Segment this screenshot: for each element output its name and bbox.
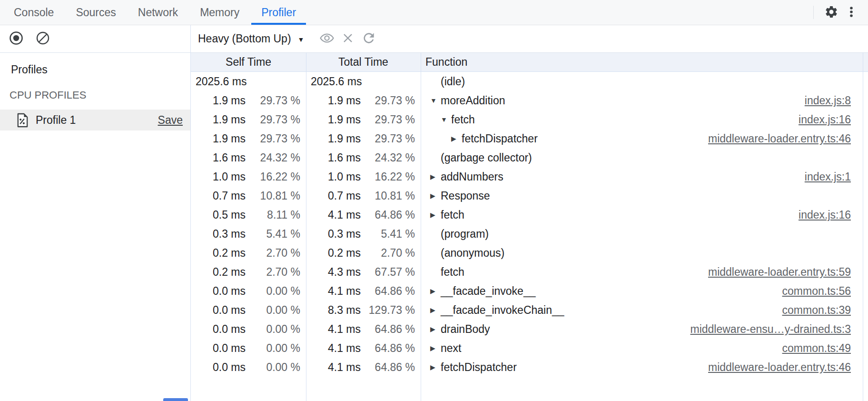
source-link[interactable]: middleware-ensu…y-drained.ts:3 [690, 323, 868, 336]
time-percent-value: 29.73 % [361, 132, 421, 145]
source-link[interactable]: common.ts:49 [782, 342, 868, 355]
self-time-cell: 0.0 ms0.00 % [191, 320, 306, 339]
record-icon [9, 30, 24, 47]
restore-functions-button[interactable] [358, 29, 379, 50]
save-link[interactable]: Save [158, 114, 183, 127]
time-ms-value: 0.0 ms [196, 361, 246, 374]
table-row[interactable]: 0.2 ms2.70 %0.2 ms2.70 %(anonymous) [191, 243, 868, 262]
function-name: Response [441, 190, 490, 202]
time-percent-value: 2.70 % [361, 247, 421, 260]
source-link[interactable]: common.ts:56 [782, 285, 868, 298]
profile-view-select[interactable]: Heavy (Bottom Up) ▼ [198, 32, 304, 45]
time-ms-value: 1.6 ms [311, 151, 361, 164]
collapse-arrow-icon[interactable]: ▶ [430, 306, 441, 314]
table-row[interactable]: 0.0 ms0.00 %4.1 ms64.86 %▶__facade_invok… [191, 281, 868, 301]
collapse-arrow-icon[interactable]: ▶ [430, 344, 441, 352]
source-link[interactable]: index.js:8 [805, 94, 868, 107]
dropdown-caret-icon: ▼ [298, 36, 305, 43]
collapse-arrow-icon[interactable]: ▶ [451, 135, 462, 142]
source-link[interactable]: middleware-loader.entry.ts:46 [708, 132, 868, 145]
function-cell: ▶fetchDispatchermiddleware-loader.entry.… [421, 129, 868, 148]
total-time-cell: 4.1 ms64.86 % [306, 339, 421, 358]
time-ms-value: 1.0 ms [196, 170, 246, 183]
scrollbar-thumb-fragment[interactable] [163, 398, 188, 401]
time-percent-value: 29.73 % [361, 94, 421, 107]
time-percent-value: 129.73 % [361, 304, 421, 317]
focus-function-button[interactable] [316, 29, 337, 50]
column-header-function[interactable]: Function [421, 53, 868, 71]
source-link[interactable]: index.js:1 [805, 170, 868, 183]
collapse-arrow-icon[interactable]: ▶ [430, 192, 441, 200]
table-row[interactable]: 0.2 ms2.70 %4.3 ms67.57 %fetchmiddleware… [191, 262, 868, 281]
collapse-arrow-icon[interactable]: ▶ [430, 211, 441, 219]
source-link[interactable]: middleware-loader.entry.ts:46 [708, 361, 868, 374]
time-ms-value: 1.0 ms [311, 170, 361, 183]
expand-arrow-icon[interactable]: ▼ [441, 116, 451, 123]
table-row[interactable]: 1.0 ms16.22 %1.0 ms16.22 %▶addNumbersind… [191, 167, 868, 186]
table-row[interactable]: 0.7 ms10.81 %0.7 ms10.81 %▶Response [191, 186, 868, 205]
self-time-cell: 1.6 ms24.32 % [191, 148, 306, 167]
self-time-cell: 0.0 ms0.00 % [191, 339, 306, 358]
time-percent-value: 10.81 % [246, 190, 306, 202]
profile-list-item[interactable]: Profile 1 Save [0, 110, 190, 130]
clear-icon [35, 30, 50, 47]
table-row[interactable]: 0.5 ms8.11 %4.1 ms64.86 %▶fetchindex.js:… [191, 205, 868, 224]
clear-button[interactable] [34, 30, 51, 48]
column-header-total-time[interactable]: Total Time [306, 53, 421, 71]
table-row[interactable]: 1.9 ms29.73 %1.9 ms29.73 %▶fetchDispatch… [191, 129, 868, 148]
function-cell: ▼moreAdditionindex.js:8 [421, 91, 868, 110]
table-row[interactable]: 0.0 ms0.00 %4.1 ms64.86 %▶nextcommon.ts:… [191, 339, 868, 358]
expand-arrow-icon[interactable]: ▼ [430, 97, 441, 104]
source-link[interactable]: common.ts:39 [782, 304, 868, 317]
record-button[interactable] [8, 30, 25, 48]
source-link[interactable]: index.js:16 [799, 113, 868, 126]
exclude-function-button[interactable] [337, 29, 358, 50]
tab-console[interactable]: Console [3, 0, 65, 25]
tab-memory[interactable]: Memory [189, 0, 250, 25]
total-time-cell: 1.9 ms29.73 % [306, 110, 421, 129]
devtools-window: ConsoleSourcesNetworkMemoryProfiler [0, 0, 868, 401]
table-row[interactable]: 0.3 ms5.41 %0.3 ms5.41 %(program) [191, 224, 868, 243]
time-ms-value: 0.2 ms [196, 247, 246, 260]
source-link[interactable]: middleware-loader.entry.ts:59 [708, 266, 868, 279]
table-row[interactable]: 2025.6 ms2025.6 ms(idle) [191, 72, 868, 91]
self-time-cell: 0.2 ms2.70 % [191, 262, 306, 281]
self-time-cell: 0.0 ms0.00 % [191, 358, 306, 377]
source-link[interactable]: index.js:16 [799, 209, 868, 221]
self-time-cell: 0.7 ms10.81 % [191, 186, 306, 205]
tab-profiler[interactable]: Profiler [250, 0, 307, 25]
total-time-cell: 0.2 ms2.70 % [306, 243, 421, 262]
tab-network[interactable]: Network [127, 0, 189, 25]
eye-icon [319, 30, 335, 48]
function-name: (idle) [441, 75, 465, 88]
table-row[interactable]: 1.6 ms24.32 %1.6 ms24.32 %(garbage colle… [191, 148, 868, 167]
time-ms-value: 1.9 ms [196, 113, 246, 126]
table-row[interactable]: 1.9 ms29.73 %1.9 ms29.73 %▼moreAdditioni… [191, 91, 868, 110]
settings-button[interactable] [821, 2, 841, 22]
function-cell: (garbage collector) [421, 148, 868, 167]
more-options-button[interactable] [841, 2, 861, 22]
collapse-arrow-icon[interactable]: ▶ [430, 173, 441, 180]
table-row[interactable]: 1.9 ms29.73 %1.9 ms29.73 %▼fetchindex.js… [191, 110, 868, 129]
tab-sources[interactable]: Sources [65, 0, 127, 25]
time-ms-value: 4.3 ms [311, 266, 361, 279]
gear-icon [824, 5, 838, 20]
profile-view-label: Heavy (Bottom Up) [198, 32, 291, 45]
time-ms-value: 4.1 ms [311, 209, 361, 221]
self-time-cell: 1.9 ms29.73 % [191, 91, 306, 110]
time-percent-value: 0.00 % [246, 342, 306, 355]
self-time-cell: 0.2 ms2.70 % [191, 243, 306, 262]
time-ms-value: 0.3 ms [196, 228, 246, 241]
time-ms-value: 0.7 ms [311, 190, 361, 202]
table-row[interactable]: 0.0 ms0.00 %4.1 ms64.86 %▶fetchDispatche… [191, 358, 868, 377]
function-cell: (program) [421, 224, 868, 243]
collapse-arrow-icon[interactable]: ▶ [430, 325, 441, 333]
table-row[interactable]: 0.0 ms0.00 %4.1 ms64.86 %▶drainBodymiddl… [191, 320, 868, 339]
collapse-arrow-icon[interactable]: ▶ [430, 363, 441, 371]
time-percent-value: 29.73 % [246, 132, 306, 145]
function-name: fetch [451, 113, 475, 126]
column-header-self-time[interactable]: Self Time [191, 53, 306, 71]
grid-header-row: Self Time Total Time Function [191, 53, 868, 72]
table-row[interactable]: 0.0 ms0.00 %8.3 ms129.73 %▶__facade_invo… [191, 301, 868, 320]
collapse-arrow-icon[interactable]: ▶ [430, 287, 441, 295]
